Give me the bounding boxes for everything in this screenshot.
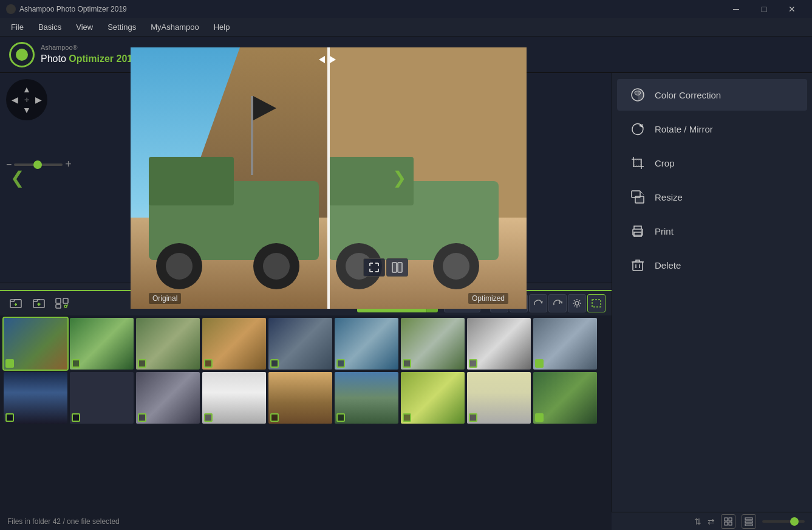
thumbnail-item-11[interactable] [70,372,134,424]
thumbnail-item-5[interactable] [268,318,332,370]
svg-marker-33 [541,301,543,304]
sidebar-item-delete[interactable]: Delete [617,249,807,281]
menu-settings[interactable]: Settings [101,20,142,34]
thumbnail-item-17[interactable] [467,372,531,424]
thumb-checkbox-7[interactable] [403,359,411,368]
list-view-button[interactable] [742,514,756,529]
batch-icon [55,298,69,309]
thumb-checkbox-12[interactable] [138,413,146,422]
thumb-checkbox-15[interactable] [336,413,345,422]
svg-rect-37 [592,300,601,307]
photo-svg [131,47,527,309]
app-icon [6,4,16,14]
thumb-checkbox-17[interactable] [469,413,477,422]
photo-frame: Original Optimized [131,47,527,309]
pan-down-arrow[interactable]: ▼ [22,105,31,115]
thumbnail-item-8[interactable] [467,318,531,370]
redo-step-icon [533,299,543,308]
thumb-checkbox-5[interactable] [270,359,279,368]
svg-rect-48 [729,518,732,521]
logo-text: Ashampoo® Photo Optimizer 2019 [41,43,138,66]
thumbnail-item-2[interactable] [70,318,134,370]
svg-rect-42 [635,196,644,203]
thumbnail-item-10[interactable] [4,372,67,424]
status-text: Files in folder 42 / one file selected [7,517,120,526]
thumb-checkbox-13[interactable] [204,413,213,422]
settings-action-button[interactable] [568,294,586,312]
sidebar-item-rotate[interactable]: Rotate / Mirror [617,113,807,145]
main-area: ▲ ▼ ◀ ▶ ✛ − + ❮ [0,73,812,512]
svg-rect-46 [633,262,643,270]
svg-rect-44 [634,232,641,236]
thumb-checkbox-16[interactable] [403,413,411,422]
thumb-checkbox-4[interactable] [204,359,213,368]
pan-arrows: ▲ ▼ ◀ ▶ ✛ [12,84,42,115]
selection-icon [592,299,601,308]
thumbnail-item-1[interactable] [4,318,67,370]
pan-right-arrow[interactable]: ▶ [35,95,42,105]
thumbnail-item-16[interactable] [401,372,465,424]
thumb-checkbox-9[interactable] [535,359,544,368]
zoom-plus-button[interactable]: + [65,158,72,171]
thumb-checkbox-8[interactable] [469,359,477,368]
view-controls [363,258,408,277]
sidebar-item-print[interactable]: Print [617,215,807,247]
thumbnail-item-13[interactable] [202,372,266,424]
thumbnail-item-7[interactable] [401,318,465,370]
size-slider[interactable] [762,520,805,523]
pan-left-arrow[interactable]: ◀ [12,95,18,105]
thumb-checkbox-18[interactable] [535,413,544,422]
thumbnail-item-6[interactable] [335,318,398,370]
thumbnail-item-3[interactable] [136,318,200,370]
new-folder-button[interactable] [6,294,26,313]
crop-icon [629,154,646,171]
size-slider-thumb[interactable] [790,517,799,526]
thumbnail-item-9[interactable] [533,318,597,370]
thumbnail-item-15[interactable] [335,372,398,424]
grid-view-button[interactable] [721,514,735,529]
redo-button[interactable] [548,294,567,312]
add-files-button[interactable] [29,294,49,313]
thumb-checkbox-3[interactable] [138,359,146,368]
maximize-button[interactable]: □ [750,0,778,18]
thumbnail-item-18[interactable] [533,372,597,424]
grid-view-icon [724,517,732,526]
sort-vertical-icon[interactable]: ⇅ [694,517,701,526]
menu-myashampoo[interactable]: MyAshampoo [145,20,205,34]
sidebar-item-resize[interactable]: Resize [617,181,807,213]
menu-view[interactable]: View [70,20,99,34]
sidebar-item-crop[interactable]: Crop [617,147,807,179]
selection-button[interactable] [587,294,606,312]
close-button[interactable]: ✕ [778,0,806,18]
redo-step-button[interactable] [529,294,547,312]
thumb-checkbox-14[interactable] [270,413,279,422]
new-file-icon [10,298,22,309]
menu-help[interactable]: Help [208,20,236,34]
thumb-checkbox-11[interactable] [72,413,80,422]
svg-rect-4 [149,157,234,205]
thumb-checkbox-10[interactable] [5,413,14,422]
menu-file[interactable]: File [5,20,30,34]
next-image-button[interactable]: ❯ [387,163,411,193]
color-correction-label: Color Correction [655,90,721,100]
zoom-thumb[interactable] [33,160,42,169]
minimize-button[interactable]: ─ [722,0,750,18]
expand-view-button[interactable] [363,258,385,277]
pan-up-arrow[interactable]: ▲ [22,84,31,94]
thumbnail-item-14[interactable] [268,372,332,424]
sidebar-item-color-correction[interactable]: Color Correction [617,79,807,111]
thumbnail-item-4[interactable] [202,318,266,370]
menu-basics[interactable]: Basics [32,20,67,34]
batch-button[interactable] [52,294,72,313]
thumbnail-item-12[interactable] [136,372,200,424]
original-label: Original [149,293,181,304]
split-view-button[interactable] [386,258,408,277]
thumb-checkbox-1[interactable] [5,359,14,368]
thumb-checkbox-2[interactable] [72,359,80,368]
thumb-checkbox-6[interactable] [336,359,345,368]
pan-control[interactable]: ▲ ▼ ◀ ▶ ✛ [6,79,47,120]
svg-rect-20 [327,47,330,309]
sort-horizontal-icon[interactable]: ⇄ [708,517,715,526]
prev-image-button[interactable]: ❮ [5,163,29,193]
window-controls: ─ □ ✕ [722,0,806,18]
